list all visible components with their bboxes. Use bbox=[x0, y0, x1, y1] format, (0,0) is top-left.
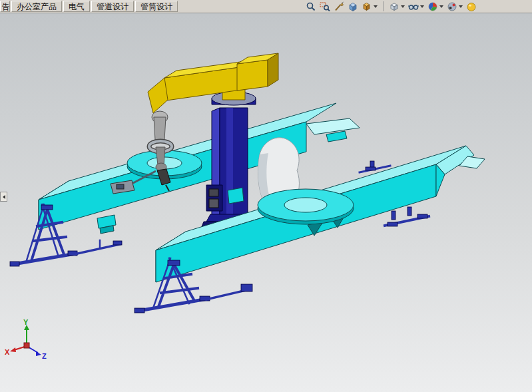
section-view-icon bbox=[348, 1, 358, 12]
tab-office-products[interactable]: 办公室产品 bbox=[11, 1, 62, 12]
section-view-button[interactable] bbox=[347, 1, 359, 13]
graphics-area[interactable]: Y X Z bbox=[0, 13, 532, 392]
glasses-icon bbox=[408, 1, 419, 12]
zoom-area-icon bbox=[320, 1, 330, 12]
front-beam-ring-hole[interactable] bbox=[284, 198, 327, 212]
view-orientation-button[interactable] bbox=[361, 1, 378, 13]
tab-partial[interactable]: 告 bbox=[0, 1, 10, 12]
chevron-left-icon bbox=[3, 195, 5, 199]
display-style-button[interactable] bbox=[388, 1, 405, 13]
color-sphere-icon bbox=[427, 1, 438, 12]
dropdown-arrow-icon bbox=[459, 5, 463, 8]
fixture-block[interactable] bbox=[228, 188, 244, 204]
scene-sphere-icon bbox=[447, 1, 457, 12]
view-orientation-icon bbox=[362, 1, 372, 12]
triad-x-label: X bbox=[5, 348, 10, 356]
dropdown-arrow-icon bbox=[420, 5, 424, 8]
wire-feeder-unit[interactable] bbox=[206, 185, 222, 211]
tab-piping-design[interactable]: 管道设计 bbox=[91, 1, 134, 12]
yellow-ball-icon bbox=[466, 1, 477, 12]
view-toolbar bbox=[305, 1, 477, 13]
dropdown-arrow-icon bbox=[374, 5, 378, 8]
triad-origin-cube bbox=[24, 343, 29, 348]
dropdown-arrow-icon bbox=[439, 5, 443, 8]
zoom-fit-button[interactable] bbox=[305, 1, 317, 13]
command-toolbar: 告 办公室产品 电气 管道设计 管筒设计 bbox=[0, 0, 532, 13]
dropdown-arrow-icon bbox=[401, 5, 405, 8]
triad-z-label: Z bbox=[42, 352, 47, 360]
cad-window: 告 办公室产品 电气 管道设计 管筒设计 bbox=[0, 0, 532, 392]
model-scene[interactable]: Y X Z bbox=[0, 13, 532, 392]
view-settings-button[interactable] bbox=[465, 1, 477, 13]
collapse-panel-button[interactable] bbox=[0, 192, 7, 202]
tab-tubing-design[interactable]: 管筒设计 bbox=[135, 1, 178, 12]
hide-show-items-button[interactable] bbox=[407, 1, 425, 13]
display-style-icon bbox=[389, 1, 399, 12]
triad-y-label: Y bbox=[23, 318, 29, 326]
zoom-fit-icon bbox=[306, 1, 316, 12]
toolbar-separator bbox=[383, 1, 384, 11]
orientation-triad: Y X Z bbox=[5, 318, 47, 360]
apply-scene-button[interactable] bbox=[446, 1, 463, 13]
edit-appearance-button[interactable] bbox=[427, 1, 444, 13]
tab-electrical[interactable]: 电气 bbox=[63, 1, 90, 12]
zoom-area-button[interactable] bbox=[319, 1, 331, 13]
pen-tool-button[interactable] bbox=[333, 1, 345, 13]
pen-tool-icon bbox=[334, 1, 344, 12]
beam-support-foot[interactable] bbox=[97, 215, 116, 234]
